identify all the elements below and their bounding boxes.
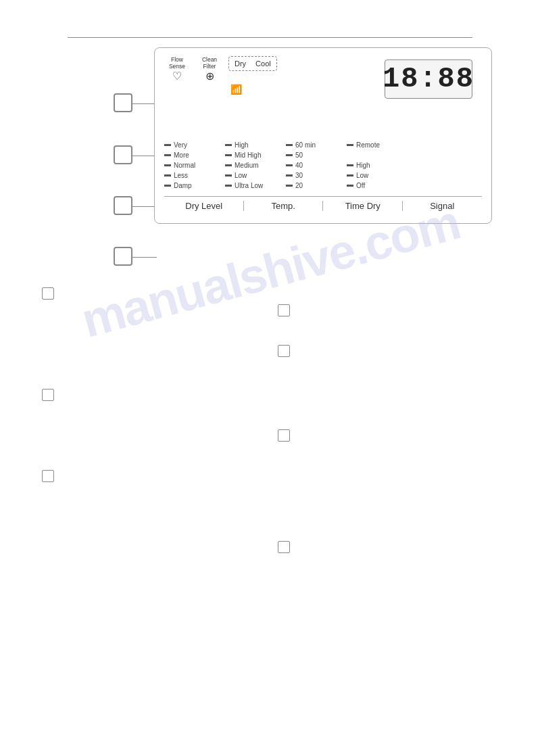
option-low-signal-label: Low — [356, 172, 368, 179]
small-checkbox-1[interactable] — [42, 287, 54, 300]
option-remote: Remote — [347, 141, 408, 149]
option-dot — [225, 185, 232, 187]
option-dot — [347, 144, 353, 146]
connector-line-l4 — [132, 257, 157, 258]
option-normal: Normal — [164, 162, 225, 169]
option-blank-signal — [347, 151, 408, 159]
option-off: Off — [347, 182, 408, 189]
option-dot — [286, 185, 293, 187]
left-button-1[interactable] — [114, 93, 132, 112]
option-30: 30 — [286, 172, 347, 179]
temp-text: Temp. — [272, 201, 295, 211]
small-checkbox-4[interactable] — [42, 389, 54, 401]
option-high-signal: High — [347, 162, 408, 169]
wifi-icon-area: 📶 — [230, 83, 482, 95]
option-50: 50 — [286, 151, 347, 159]
small-checkbox-7[interactable] — [278, 541, 290, 553]
option-midhigh-label: Mid High — [235, 151, 261, 159]
option-dot — [225, 154, 232, 156]
option-dot — [286, 164, 293, 166]
option-low-label: Low — [235, 172, 247, 179]
dry-level-text: Dry Level — [185, 201, 222, 211]
flow-sense-icon-item: Flow Sense ♡ — [164, 56, 190, 82]
time-dry-text: Time Dry — [345, 201, 381, 211]
option-dot — [347, 185, 353, 187]
top-divider-line — [68, 37, 472, 38]
option-damp-label: Damp — [174, 182, 192, 189]
connector-line-l3 — [132, 206, 157, 207]
option-40-label: 40 — [295, 162, 303, 169]
option-very-label: Very — [174, 141, 187, 149]
option-dot — [286, 154, 293, 156]
option-dot — [164, 174, 171, 176]
label-temp: Temp. — [244, 201, 324, 211]
option-medium: Medium — [225, 162, 286, 169]
label-signal: Signal — [403, 201, 483, 211]
option-less: Less — [164, 172, 225, 179]
small-checkbox-2[interactable] — [278, 304, 290, 316]
connector-line-l2 — [132, 156, 157, 156]
option-medium-label: Medium — [235, 162, 259, 169]
small-checkbox-5[interactable] — [278, 429, 290, 442]
option-dot — [286, 144, 293, 146]
small-checkbox-3[interactable] — [278, 345, 290, 357]
option-ultralow: Ultra Low — [225, 182, 286, 189]
option-dot — [286, 174, 293, 176]
option-ultralow-label: Ultra Low — [235, 182, 263, 189]
option-dot — [347, 174, 353, 176]
wifi-icon: 📶 — [230, 84, 242, 95]
option-dot — [164, 144, 171, 146]
option-low-signal: Low — [347, 172, 408, 179]
option-remote-label: Remote — [356, 141, 380, 149]
option-midhigh: Mid High — [225, 151, 286, 159]
left-button-4[interactable] — [114, 247, 132, 266]
label-time-dry: Time Dry — [323, 201, 403, 211]
option-high-label: High — [235, 141, 249, 149]
option-20: 20 — [286, 182, 347, 189]
flow-sense-label: Flow Sense — [164, 56, 190, 70]
option-dot — [225, 144, 232, 146]
clean-filter-label: Clean Filter — [197, 56, 222, 70]
option-high-signal-label: High — [356, 162, 370, 169]
option-dot — [225, 174, 232, 176]
options-grid: Very High 60 min Remote More Mid High — [164, 141, 482, 189]
control-panel: Flow Sense ♡ Clean Filter ⊕ Dry Cool 18:… — [154, 47, 492, 224]
clean-filter-icon-item: Clean Filter ⊕ — [197, 56, 222, 82]
option-dot — [225, 164, 232, 166]
cool-button-label[interactable]: Cool — [255, 58, 271, 69]
option-off-label: Off — [356, 182, 365, 189]
option-low: Low — [225, 172, 286, 179]
option-50-label: 50 — [295, 151, 303, 159]
option-dot — [164, 154, 171, 156]
option-more-label: More — [174, 151, 189, 159]
option-60min-label: 60 min — [295, 141, 316, 149]
icons-row: Flow Sense ♡ Clean Filter ⊕ Dry Cool 18:… — [164, 56, 482, 82]
option-normal-label: Normal — [174, 162, 195, 169]
option-dot — [164, 185, 171, 187]
signal-text: Signal — [430, 201, 454, 211]
option-dot — [164, 164, 171, 166]
panel-wrapper: Flow Sense ♡ Clean Filter ⊕ Dry Cool 18:… — [68, 41, 472, 224]
option-less-label: Less — [174, 172, 188, 179]
option-very: Very — [164, 141, 225, 149]
label-dry-level: Dry Level — [164, 201, 244, 211]
dry-cool-area: Dry Cool — [228, 56, 277, 71]
option-20-label: 20 — [295, 182, 303, 189]
left-button-3[interactable] — [114, 196, 132, 215]
option-more: More — [164, 151, 225, 159]
connector-line-l1 — [132, 103, 157, 104]
small-checkbox-6[interactable] — [42, 470, 54, 482]
left-button-2[interactable] — [114, 145, 132, 164]
option-30-label: 30 — [295, 172, 303, 179]
option-dot — [347, 164, 353, 166]
option-high: High — [225, 141, 286, 149]
bottom-labels-row: Dry Level Temp. Time Dry Signal — [164, 196, 482, 211]
clean-filter-symbol: ⊕ — [205, 71, 214, 82]
option-damp: Damp — [164, 182, 225, 189]
option-40: 40 — [286, 162, 347, 169]
option-60min: 60 min — [286, 141, 347, 149]
dry-button-label[interactable]: Dry — [235, 58, 246, 69]
flow-sense-symbol: ♡ — [172, 71, 182, 82]
